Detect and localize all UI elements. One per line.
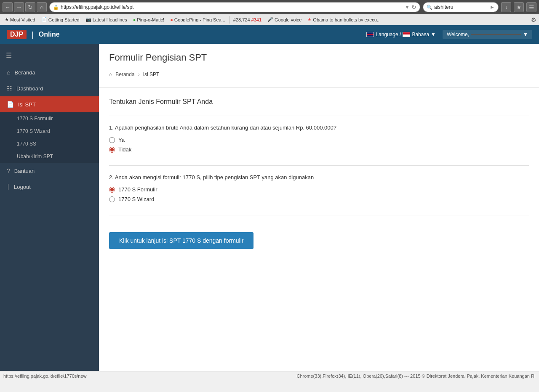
home-icon: ⌂ xyxy=(7,69,10,76)
sidebar-beranda-label: Beranda xyxy=(14,69,35,76)
sidebar-logout-label: Logout xyxy=(14,184,31,190)
sidebar-item-dashboard[interactable]: ☷ Dashboard xyxy=(0,80,99,96)
toolbar-counter[interactable]: #28,724 #341 xyxy=(231,16,264,23)
sidebar-subitem-ubah-kirim[interactable]: Ubah/Kirim SPT xyxy=(0,150,99,163)
back-button[interactable]: ← xyxy=(3,2,13,12)
search-bar[interactable]: 🔍 aishiteru ► xyxy=(423,2,499,12)
getting-started-icon: 📄 xyxy=(41,17,47,22)
radio-ya-label: Ya xyxy=(118,137,125,143)
counter-text: #28,724 xyxy=(233,17,250,22)
radio-tidak-label: Tidak xyxy=(118,146,131,153)
google-ping-label: GooglePing - Ping Sea... xyxy=(174,17,225,22)
breadcrumb: ⌂ Beranda › Isi SPT xyxy=(109,68,529,81)
sidebar: ☰ ⌂ Beranda ☷ Dashboard 📄 Isi SPT 1770 S… xyxy=(0,44,99,371)
radio-tidak-input[interactable] xyxy=(109,147,115,153)
search-text: aishiteru xyxy=(432,4,490,10)
uk-flag-icon xyxy=(366,32,374,37)
logo-online: Online xyxy=(39,31,60,38)
welcome-username xyxy=(471,34,521,35)
status-bar: https://efiling.pajak.go.id/efile/1770s/… xyxy=(0,371,539,380)
nav-buttons: ← → ↻ ⌂ xyxy=(3,2,47,12)
rank-text: #341 xyxy=(251,17,261,22)
news-text: Obama to ban bullets by execu... xyxy=(313,17,381,22)
bookmark-getting-started[interactable]: 📄 Getting Started xyxy=(39,16,82,23)
1770s-wizard-label: 1770 S Wizard xyxy=(17,128,50,134)
radio-wizard-input[interactable] xyxy=(109,196,115,202)
radio-tidak-option[interactable]: Tidak xyxy=(109,146,529,153)
sidebar-dashboard-label: Dashboard xyxy=(16,85,43,92)
toolbar-google-voice[interactable]: 🎤 Google voice xyxy=(265,16,304,23)
language-label: Language / xyxy=(376,32,401,37)
forward-button[interactable]: → xyxy=(14,2,24,12)
most-visited-icon: ★ xyxy=(5,17,9,22)
reload-button[interactable]: ↻ xyxy=(25,2,35,12)
app-topnav: DJP | Online Language / Bahasa ▼ Welcome… xyxy=(0,25,539,44)
toolbar-news[interactable]: ★ Obama to ban bullets by execu... xyxy=(305,16,383,23)
sidebar-subitem-1770s-wizard[interactable]: 1770 S Wizard xyxy=(0,125,99,138)
sidebar-subitem-1770ss[interactable]: 1770 SS xyxy=(0,138,99,150)
bookmark-button[interactable]: ★ xyxy=(514,2,524,12)
google-voice-label: Google voice xyxy=(275,17,302,22)
language-selector[interactable]: Language / Bahasa ▼ xyxy=(366,32,436,37)
radio-wizard-label: 1770 S Wizard xyxy=(118,196,154,202)
divider-3 xyxy=(109,215,529,215)
radio-ya-input[interactable] xyxy=(109,137,115,143)
welcome-area: Welcome, ▼ xyxy=(443,30,532,39)
content-header: Formulir Pengisian SPT ⌂ Beranda › Isi S… xyxy=(99,44,539,88)
sidebar-menu-icon[interactable]: ☰ xyxy=(0,48,99,63)
sidebar-isi-spt-label: Isi SPT xyxy=(18,101,36,108)
bookmark-google-ping[interactable]: ● GooglePing - Ping Sea... xyxy=(168,16,227,23)
question1-text: 1. Apakah penghasilan bruto Anda dalam s… xyxy=(109,124,529,131)
status-url: https://efiling.pajak.go.id/efile/1770s/… xyxy=(3,373,87,379)
url-text: https://efiling.pajak.go.id/efile/spt xyxy=(61,4,403,10)
settings-button[interactable]: ⚙ xyxy=(531,16,536,23)
app-logo: DJP | Online xyxy=(7,30,60,39)
question-block-2: 2. Anda akan mengisi formulir 1770 S, pi… xyxy=(109,174,529,202)
sidebar-bantuan-label: Bantuan xyxy=(14,168,35,174)
latest-headlines-icon: 📷 xyxy=(85,17,91,22)
bookmark-most-visited[interactable]: ★ Most Visited xyxy=(3,16,37,23)
bookmark-ping-matic[interactable]: ● Ping-o-Matic! xyxy=(131,16,166,23)
language-chevron-icon: ▼ xyxy=(431,32,436,37)
sidebar-item-logout[interactable]: ⏐ Logout xyxy=(0,179,99,195)
content-area: Formulir Pengisian SPT ⌂ Beranda › Isi S… xyxy=(99,44,539,371)
welcome-label: Welcome, xyxy=(447,32,469,37)
logo-separator: | xyxy=(32,30,34,39)
latest-headlines-label: Latest Headlines xyxy=(93,17,127,22)
home-button[interactable]: ⌂ xyxy=(37,2,47,12)
help-icon: ? xyxy=(7,167,10,174)
sidebar-submenu: 1770 S Formulir 1770 S Wizard 1770 SS Ub… xyxy=(0,112,99,163)
breadcrumb-home[interactable]: Beranda xyxy=(115,72,134,77)
sidebar-item-isi-spt[interactable]: 📄 Isi SPT xyxy=(0,96,99,112)
getting-started-label: Getting Started xyxy=(48,17,80,22)
breadcrumb-current: Isi SPT xyxy=(143,72,160,77)
sidebar-item-bantuan[interactable]: ? Bantuan xyxy=(0,163,99,179)
breadcrumb-separator: › xyxy=(138,72,140,77)
bahasa-label: Bahasa xyxy=(412,32,429,37)
radio-formulir-input[interactable] xyxy=(109,187,115,193)
logout-icon: ⏐ xyxy=(7,183,10,190)
form-section: Tentukan Jenis Formulir SPT Anda 1. Apak… xyxy=(99,88,539,259)
radio-formulir-option[interactable]: 1770 S Formulir xyxy=(109,186,529,193)
menu-button[interactable]: ☰ xyxy=(526,2,536,12)
bookmark-latest-headlines[interactable]: 📷 Latest Headlines xyxy=(83,16,129,23)
radio-formulir-label: 1770 S Formulir xyxy=(118,186,157,193)
sidebar-item-beranda[interactable]: ⌂ Beranda xyxy=(0,64,99,80)
continue-button[interactable]: Klik untuk lanjut isi SPT 1770 S dengan … xyxy=(109,232,253,249)
logo-djp: DJP xyxy=(7,30,27,39)
radio-wizard-option[interactable]: 1770 S Wizard xyxy=(109,196,529,202)
question-block-1: 1. Apakah penghasilan bruto Anda dalam s… xyxy=(109,124,529,153)
ubah-kirim-label: Ubah/Kirim SPT xyxy=(17,154,53,159)
id-flag-icon xyxy=(403,32,410,37)
form-subtitle: Tentukan Jenis Formulir SPT Anda xyxy=(109,98,529,106)
download-button[interactable]: ↓ xyxy=(501,2,511,12)
status-right: Chrome(33),Firefox(34), IE(11), Opera(20… xyxy=(296,373,536,379)
url-bar[interactable]: 🔒 https://efiling.pajak.go.id/efile/spt … xyxy=(49,2,420,12)
news-icon: ★ xyxy=(307,17,312,22)
page-title: Formulir Pengisian SPT xyxy=(109,52,529,63)
document-icon: 📄 xyxy=(7,101,14,108)
ping-matic-icon: ● xyxy=(133,17,136,22)
browser-nav-bar: ← → ↻ ⌂ 🔒 https://efiling.pajak.go.id/ef… xyxy=(0,0,539,14)
radio-ya-option[interactable]: Ya xyxy=(109,137,529,143)
sidebar-subitem-1770s-formulir[interactable]: 1770 S Formulir xyxy=(0,112,99,125)
